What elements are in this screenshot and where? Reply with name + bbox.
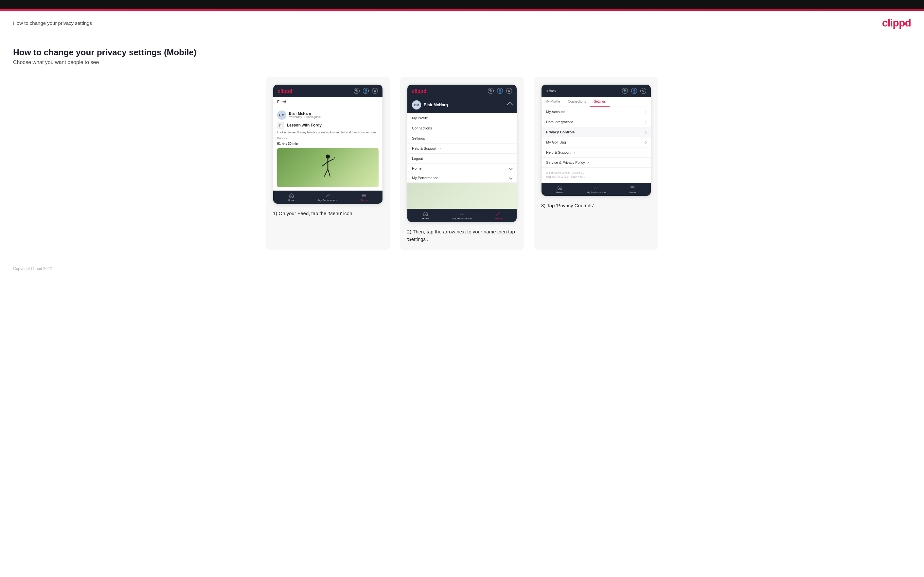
settings-item-label: Data Integrations xyxy=(546,120,573,124)
external-link-icon: ↗ xyxy=(438,147,441,150)
settings-item-help[interactable]: Help & Support ↗ xyxy=(541,147,651,158)
menu-section-performance[interactable]: My Performance xyxy=(407,173,517,183)
search-icon: 🔍 xyxy=(354,88,360,94)
performance-icon xyxy=(325,193,331,198)
step-2-phone: clippd 🔍 👤 ⚙ BM Blair McHarg xyxy=(407,84,517,222)
chevron-right-icon xyxy=(644,140,647,144)
user-icon: 👤 xyxy=(363,88,369,94)
step-3-card: < Back 🔍 👤 ⚙ My Profile Connections Sett… xyxy=(534,77,658,250)
feed-post-sub: Yesterday · Sunningdale xyxy=(289,115,321,119)
header-title: How to change your privacy settings xyxy=(13,20,92,26)
menu-item-connections[interactable]: Connections xyxy=(407,123,517,134)
phone-1-logo: clippd xyxy=(278,88,292,94)
svg-line-2 xyxy=(322,162,328,166)
close-icon xyxy=(495,211,501,216)
logo: clippd xyxy=(882,17,911,29)
bottom-menu-label-2: Menu xyxy=(495,217,502,220)
menu-user-info: BM Blair McHarg xyxy=(412,100,448,110)
bottom-nav-menu-3: Menu xyxy=(614,185,651,194)
settings-item-label: Privacy Controls xyxy=(546,130,575,134)
menu-item-my-profile[interactable]: My Profile xyxy=(407,113,517,123)
menu-items-list: My Profile Connections Settings Help & S… xyxy=(407,113,517,209)
svg-point-0 xyxy=(326,154,330,158)
menu-section-home[interactable]: Home xyxy=(407,164,517,173)
bottom-home-label-2: Home xyxy=(422,217,429,220)
settings-item-my-account[interactable]: My Account xyxy=(541,107,651,117)
page-heading: How to change your privacy settings (Mob… xyxy=(13,47,911,58)
settings-item-privacy-controls[interactable]: Privacy Controls xyxy=(541,127,651,137)
phone-3-nav-icons: 🔍 👤 ⚙ xyxy=(622,88,646,94)
chevron-right-icon xyxy=(644,110,647,113)
lesson-desc: Looking to feel like my hands are exitin… xyxy=(277,131,378,135)
settings-icon-2: ⚙ xyxy=(506,88,512,94)
menu-section-label: My Performance xyxy=(412,176,438,180)
menu-avatar: BM xyxy=(412,100,421,110)
lesson-name: Lesson with Fordy xyxy=(287,123,321,127)
menu-item-label: My Profile xyxy=(412,116,428,120)
step-2-caption: 2) Then, tap the arrow next to your name… xyxy=(407,228,517,243)
golf-image xyxy=(277,148,378,187)
svg-line-5 xyxy=(324,169,328,177)
bottom-home-label-3: Home xyxy=(556,191,563,194)
settings-item-data-integrations[interactable]: Data Integrations xyxy=(541,117,651,127)
step-1-caption: 1) On your Feed, tap the 'Menu' icon. xyxy=(273,210,354,218)
menu-item-label: Logout xyxy=(412,156,423,161)
settings-item-privacy-policy[interactable]: Service & Privacy Policy ↗ xyxy=(541,158,651,168)
bottom-nav-menu-2: Menu xyxy=(480,211,517,220)
bottom-nav-menu: Menu xyxy=(346,193,383,202)
performance-icon-3 xyxy=(593,185,599,190)
settings-item-golf-bag[interactable]: My Golf Bag xyxy=(541,137,651,147)
steps-row: clippd 🔍 👤 ⚙ Feed BM Blair McHarg xyxy=(13,77,911,250)
menu-icon-3 xyxy=(630,185,635,190)
lesson-icon: 📋 xyxy=(277,122,284,129)
feed-label: Feed xyxy=(273,97,383,107)
lesson-title-row: 📋 Lesson with Fordy xyxy=(277,122,378,129)
phone-2-logo: clippd xyxy=(412,88,426,94)
chevron-down-icon xyxy=(509,166,512,170)
version-line-2: GQL Server Version: 2022.7.30-1 xyxy=(546,175,646,179)
menu-item-settings[interactable]: Settings xyxy=(407,134,517,143)
performance-icon-2 xyxy=(459,211,465,216)
home-icon xyxy=(289,193,294,198)
bottom-menu-label-3: Menu xyxy=(629,191,636,194)
duration-label: Duration xyxy=(277,137,378,140)
chevron-down-icon-2 xyxy=(509,176,512,179)
step-2-card: clippd 🔍 👤 ⚙ BM Blair McHarg xyxy=(400,77,524,250)
bg-filler xyxy=(407,183,517,209)
feed-post-user: BM Blair McHarg Yesterday · Sunningdale xyxy=(277,111,378,120)
svg-line-3 xyxy=(328,159,334,162)
avatar: BM xyxy=(277,111,286,120)
bottom-nav-performance: My Performance xyxy=(310,193,346,202)
settings-item-label: Help & Support ↗ xyxy=(546,150,575,154)
footer: Copyright Clippd 2022 xyxy=(0,260,924,277)
external-link-icon-2: ↗ xyxy=(573,151,575,154)
bottom-nav-home-2: Home xyxy=(407,211,444,220)
tab-settings[interactable]: Settings xyxy=(590,97,609,106)
svg-line-6 xyxy=(328,169,330,177)
search-icon-3: 🔍 xyxy=(622,88,628,94)
phone-2-nav-icons: 🔍 👤 ⚙ xyxy=(488,88,512,94)
menu-item-logout[interactable]: Logout xyxy=(407,154,517,164)
bottom-performance-label-3: My Performance xyxy=(586,191,606,194)
step-1-card: clippd 🔍 👤 ⚙ Feed BM Blair McHarg xyxy=(266,77,390,250)
tab-connections[interactable]: Connections xyxy=(564,97,590,106)
version-line-1: Clippd Client Version: 2022.8.3-3 xyxy=(546,171,646,175)
bottom-nav-performance-3: My Performance xyxy=(578,185,614,194)
phone-1-bottom-nav: Home My Performance Menu xyxy=(273,190,383,204)
feed-post-name: Blair McHarg xyxy=(289,111,321,115)
menu-user-name: Blair McHarg xyxy=(424,103,448,107)
tab-my-profile[interactable]: My Profile xyxy=(541,97,564,106)
settings-header: < Back 🔍 👤 ⚙ xyxy=(541,85,651,97)
chevron-right-icon xyxy=(644,131,647,134)
menu-item-help[interactable]: Help & Support ↗ xyxy=(407,143,517,154)
bottom-home-label: Home xyxy=(288,199,295,202)
menu-item-label: Connections xyxy=(412,126,432,130)
back-button[interactable]: < Back xyxy=(546,89,556,93)
duration-value: 01 hr : 30 min xyxy=(277,142,378,145)
main-content: How to change your privacy settings (Mob… xyxy=(0,34,924,260)
version-info: Clippd Client Version: 2022.8.3-3 GQL Se… xyxy=(541,168,651,183)
bottom-nav-home-3: Home xyxy=(541,185,578,194)
top-bar xyxy=(0,0,924,9)
menu-section-label: Home xyxy=(412,166,422,170)
settings-item-label: My Account xyxy=(546,110,565,114)
